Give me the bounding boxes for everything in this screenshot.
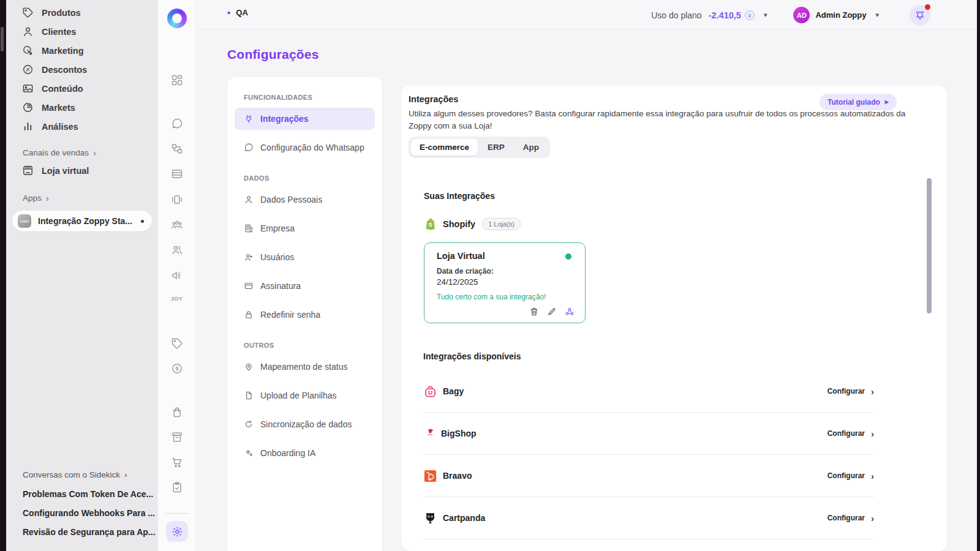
sidebar-item-analises[interactable]: Análises [6,117,158,136]
sidebar-item-markets[interactable]: Markets [6,98,158,117]
pencil-icon[interactable] [547,307,557,317]
scrollbar-thumb[interactable] [927,178,932,313]
sidebar-item-produtos[interactable]: Produtos [6,3,158,22]
sidebar-item-label: Descontos [42,65,87,75]
nav-item-sincronizacao[interactable]: Sincronização de dados [235,413,375,435]
zoppy-app-icon: zoppy [18,214,31,228]
shopping-bag-icon[interactable] [171,406,183,418]
users-group-icon[interactable] [171,219,183,231]
nav-item-integracoes[interactable]: Integrações [235,108,375,130]
sidekick-thread-item[interactable]: Revisão de Segurança para Ap... [23,522,158,541]
trash-icon[interactable] [529,307,539,317]
user-icon [244,195,254,204]
sidebar-item-sidekick[interactable]: Conversas com o Sidekick › [23,465,158,484]
building-icon [244,223,254,233]
notifications-bell-button[interactable] [910,5,930,26]
configure-bagy-button[interactable]: Configurar › [827,386,874,397]
sidebar-item-marketing[interactable]: Marketing [6,41,158,60]
notification-badge [925,4,930,10]
tutorial-label: Tutorial guiado [827,98,880,107]
nav-item-label: Usuários [260,252,294,262]
map-pin-icon [244,362,254,372]
nav-item-assinatura[interactable]: Assinatura [235,275,375,297]
available-providers-list: Bagy Configurar › BigShop Configurar › [423,370,874,539]
available-integrations-title: Integrações disponíveis [423,351,521,361]
provider-row-bigshop: BigShop Configurar › [423,413,874,455]
tutorial-guiado-button[interactable]: Tutorial guiado ▶ [820,94,897,110]
nav-item-usuarios[interactable]: Usuários [235,246,375,268]
plan-caret-down-icon[interactable]: ▾ [764,11,767,19]
nav-item-label: Empresa [260,223,295,233]
tab-app[interactable]: App [514,139,548,156]
integration-name: Loja Virtual [437,251,485,261]
nav-item-redefinir-senha[interactable]: Redefinir senha [235,304,375,326]
dashboard-icon[interactable] [171,74,183,86]
megaphone-icon[interactable] [171,269,183,282]
cart-icon[interactable] [171,456,183,468]
created-date-value: 24/12/2025 [437,277,478,287]
zoppy-coin-icon: z [745,10,755,20]
joy-logo-icon[interactable]: JOY [171,296,183,308]
chat-icon[interactable] [171,118,183,130]
sidebar-menu: Produtos Clientes Marketing Descontos Co… [6,0,158,136]
credit-card-icon [244,281,254,291]
refresh-icon [244,419,254,429]
configure-bigshop-button[interactable]: Configurar › [827,429,874,439]
integration-card-loja-virtual[interactable]: Loja Virtual Data de criação: 24/12/2025… [424,242,586,323]
main-sidebar: Produtos Clientes Marketing Descontos Co… [6,0,158,551]
discount-badge-icon [22,64,34,75]
archive-box-icon[interactable] [171,431,183,443]
bar-chart-icon [22,121,34,132]
sidebar-item-label: Conteúdo [42,84,83,94]
table-icon[interactable] [171,168,183,180]
avatar[interactable]: AD [793,7,810,23]
tag-icon[interactable] [171,337,183,350]
clipboard-check-icon[interactable] [171,481,183,493]
shopify-provider-row: S Shopify 1 Loja(s) [423,217,521,231]
nav-item-label: Redefinir senha [260,310,320,320]
user-icon [22,26,34,37]
sidebar-section-apps[interactable]: Apps › [6,190,158,205]
nav-item-onboarding-ia[interactable]: Onboarding IA [235,442,375,464]
chat-icon [244,143,254,152]
nav-item-dados-pessoais[interactable]: Dados Pessoais [235,189,375,211]
configure-cartpanda-button[interactable]: Configurar › [827,513,874,523]
sidebar-item-conteudo[interactable]: Conteúdo [6,79,158,98]
tab-ecommerce[interactable]: E-commerce [411,139,478,156]
nav-item-config-whatsapp[interactable]: Configuração do Whatsapp [235,137,375,159]
nav-item-mapeamento-status[interactable]: Mapeamento de status [235,356,375,378]
icon-rail: JOY $ [158,0,196,551]
configure-braavo-button[interactable]: Configurar › [827,471,874,481]
provider-name: Shopify [443,219,475,229]
integrations-panel: Integrações Utiliza algum desses provedo… [401,86,947,551]
sidebar-item-integracao-zoppy[interactable]: zoppy Integração Zoppy Sta... [12,211,152,231]
dollar-circle-icon[interactable]: $ [171,362,183,375]
webhook-icon[interactable] [565,307,575,317]
sidebar-item-descontos[interactable]: Descontos [6,60,158,79]
carousel-icon[interactable] [171,193,183,206]
provider-row-braavo: Braavo Configurar › [423,455,874,497]
gear-icon[interactable] [166,521,188,542]
sidebar-item-loja-virtual[interactable]: Loja virtual [6,161,158,180]
sidebar-item-label: Loja virtual [42,166,89,176]
environment-badge: • QA [227,8,248,17]
nav-item-upload-planilhas[interactable]: Upload de Planilhas [235,384,375,407]
provider-name: Bagy [443,386,827,396]
nav-item-empresa[interactable]: Empresa [235,217,375,239]
nav-item-label: Mapeamento de status [260,362,347,372]
sidekick-thread-item[interactable]: Configurando Webhooks Para ... [23,503,158,522]
integration-tabs: E-commerce ERP App [409,137,550,158]
chevron-right-icon: › [871,513,874,523]
storefront-icon [22,165,34,176]
sitemap-icon[interactable] [171,143,183,155]
page-title: Configurações [227,47,319,62]
sidebar-section-canais-de-vendas[interactable]: Canais de vendas › [6,145,158,160]
users-icon[interactable] [171,244,183,256]
sidebar-item-clientes[interactable]: Clientes [6,22,158,41]
window-edge-left [0,0,6,551]
user-caret-down-icon[interactable]: ▾ [875,11,879,19]
tab-erp[interactable]: ERP [479,139,513,156]
user-name: Admin Zoppy [815,10,866,20]
provider-row-cartpanda: Cartpanda Configurar › [423,497,874,539]
sidekick-thread-item[interactable]: Problemas Com Token De Ace... [23,484,158,503]
